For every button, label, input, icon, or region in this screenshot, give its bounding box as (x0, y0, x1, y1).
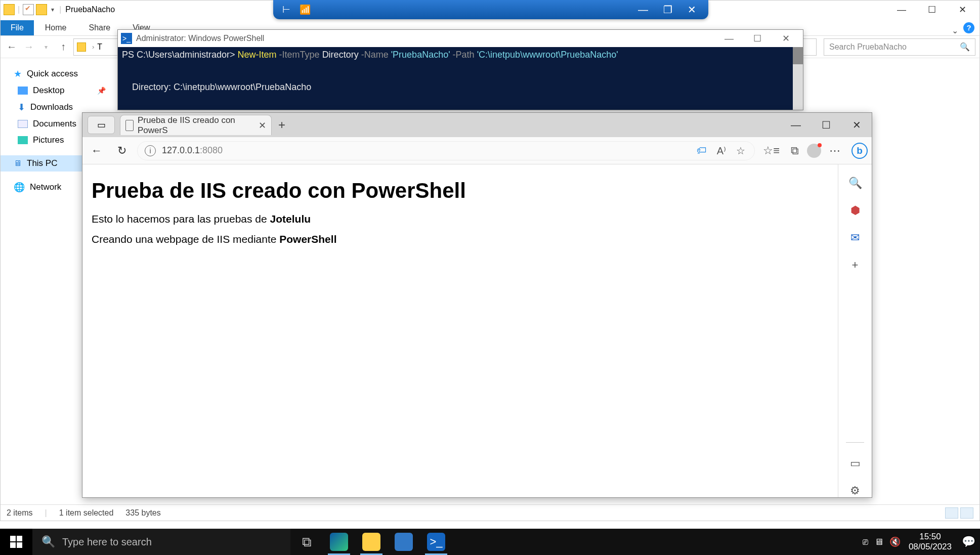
chevron-right-icon[interactable]: › (89, 43, 97, 51)
close-button[interactable]: ✕ (841, 119, 872, 131)
minimize-button[interactable]: — (781, 119, 811, 131)
nav-recent-button[interactable]: ▾ (39, 44, 53, 51)
edge-toolbar: ← ↻ i 127.0.0.1:8080 🏷 A⁾ ☆ ☆≡ ⧉ ⋯ b (82, 137, 872, 164)
address-bar[interactable]: i 127.0.0.1:8080 🏷 A⁾ ☆ (137, 141, 755, 160)
view-icons-button[interactable] (960, 507, 973, 519)
nav-back-button[interactable]: ← (5, 41, 19, 53)
scrollbar[interactable] (793, 47, 803, 110)
status-size: 335 bytes (125, 508, 160, 518)
explorer-statusbar: 2 items | 1 item selected 335 bytes (1, 504, 979, 521)
taskbar-app-explorer[interactable] (355, 529, 388, 555)
powershell-terminal[interactable]: PS C:\Users\administrador> New-Item -Ite… (118, 47, 803, 110)
status-selected: 1 item selected (59, 508, 114, 518)
ribbon-tab-file[interactable]: File (1, 20, 34, 35)
taskbar-app-servermanager[interactable] (388, 529, 420, 555)
network-icon[interactable]: 🖥 (874, 537, 883, 547)
ribbon-tab-share[interactable]: Share (77, 20, 121, 35)
edge-sidebar: 🔍 ⬢ ✉ + ▭ ⚙ (838, 164, 872, 497)
search-icon: 🔍 (960, 42, 970, 52)
pc-icon: 🖥 (14, 159, 22, 168)
server-manager-icon (395, 533, 413, 551)
taskbar-clock[interactable]: 15:50 08/05/2023 (904, 532, 957, 552)
minimize-button[interactable]: — (715, 33, 743, 44)
rdp-minimize-button[interactable]: — (635, 4, 651, 16)
taskbar-app-powershell[interactable]: >_ (420, 529, 452, 555)
signal-icon: 📶 (300, 4, 311, 15)
powershell-icon: >_ (427, 533, 445, 551)
nav-back-button[interactable]: ← (87, 144, 107, 157)
favorite-icon[interactable]: ☆ (734, 145, 747, 157)
nav-refresh-button[interactable]: ↻ (112, 144, 132, 157)
collections-icon[interactable]: ⧉ (788, 144, 802, 157)
powershell-titlebar[interactable]: >_ Administrator: Windows PowerShell — ☐… (118, 30, 803, 47)
pin-icon: 📌 (97, 87, 106, 95)
url-host: 127.0.0.1 (162, 145, 200, 155)
browser-tab[interactable]: Prueba de IIS creado con PowerS ✕ (120, 115, 272, 135)
page-text: Creando una webpage de IIS mediante Powe… (92, 233, 829, 245)
page-viewport[interactable]: Prueba de IIS creado con PowerShell Esto… (82, 164, 838, 497)
outlook-icon[interactable]: ✉ (848, 231, 862, 244)
sidebar-desktop[interactable]: Desktop 📌 (1, 82, 117, 99)
ribbon-tab-home[interactable]: Home (34, 20, 78, 35)
qat-dropdown[interactable]: ▾ (48, 6, 57, 13)
close-button[interactable]: ✕ (947, 4, 977, 15)
tray-icon[interactable]: ⎚ (863, 537, 868, 547)
edge-browser-window: ▭ Prueba de IIS creado con PowerS ✕ + — … (82, 112, 872, 498)
read-aloud-icon[interactable]: A⁾ (715, 145, 728, 157)
system-tray[interactable]: ⎚ 🖥 🔇 (860, 536, 904, 547)
folder-icon (4, 4, 15, 15)
maximize-button[interactable]: ☐ (917, 4, 947, 15)
add-icon[interactable]: + (848, 259, 862, 272)
help-icon[interactable]: ? (963, 22, 974, 33)
sidebar-toggle-icon[interactable]: ▭ (848, 457, 862, 470)
shopping-icon[interactable]: 🏷 (695, 145, 709, 156)
nav-up-button[interactable]: ↑ (56, 41, 70, 53)
ribbon-collapse-button[interactable]: ⌄ (947, 26, 963, 35)
settings-icon[interactable]: ⚙ (848, 484, 862, 497)
favorites-bar-icon[interactable]: ☆≡ (760, 144, 783, 157)
address-segment[interactable]: T (97, 42, 102, 52)
action-center-button[interactable]: 💬 (957, 535, 980, 548)
download-icon: ⬇ (18, 102, 25, 113)
page-text: Esto lo hacemos para las pruebas de Jote… (92, 213, 829, 225)
site-info-icon[interactable]: i (145, 145, 156, 156)
close-tab-button[interactable]: ✕ (259, 120, 266, 131)
view-details-button[interactable] (945, 507, 958, 519)
maximize-button[interactable]: ☐ (811, 119, 841, 131)
start-button[interactable] (0, 529, 32, 555)
tab-actions-button[interactable]: ▭ (88, 116, 115, 134)
minimize-button[interactable]: — (886, 5, 917, 15)
search-icon[interactable]: 🔍 (848, 177, 862, 190)
powershell-window: >_ Administrator: Windows PowerShell — ☐… (117, 29, 803, 110)
time: 15:50 (909, 532, 952, 542)
scrollbar-thumb[interactable] (793, 47, 803, 64)
office-icon[interactable]: ⬢ (848, 204, 862, 217)
window-title: PruebaNacho (63, 5, 115, 14)
new-tab-button[interactable]: + (272, 118, 292, 132)
taskbar: 🔍 Type here to search ⧉ >_ ⎚ 🖥 🔇 15:50 0… (0, 529, 980, 555)
rdp-connection-bar[interactable]: ⊢ 📶 — ❐ ✕ (273, 0, 708, 19)
status-item-count: 2 items (7, 508, 33, 518)
taskbar-app-edge[interactable] (323, 529, 355, 555)
explorer-search-input[interactable]: Search PruebaNacho 🔍 (824, 38, 975, 56)
rdp-close-button[interactable]: ✕ (685, 4, 699, 16)
pin-icon[interactable]: ⊢ (282, 4, 290, 15)
edge-icon (330, 533, 348, 551)
folder-icon (77, 42, 86, 52)
sidebar-quick-access[interactable]: ★ Quick access (1, 65, 117, 82)
maximize-button[interactable]: ☐ (743, 33, 772, 44)
task-view-button[interactable]: ⧉ (290, 529, 323, 555)
rdp-restore-button[interactable]: ❐ (660, 4, 675, 16)
taskbar-search[interactable]: 🔍 Type here to search (32, 529, 290, 555)
tab-title: Prueba de IIS creado con PowerS (138, 115, 251, 136)
pictures-icon (18, 136, 28, 144)
volume-icon[interactable]: 🔇 (889, 536, 901, 547)
checkbox-icon[interactable] (23, 4, 34, 15)
bing-icon[interactable]: b (851, 143, 868, 159)
window-title: Administrator: Windows PowerShell (136, 34, 264, 43)
url-port: :8080 (200, 145, 223, 155)
nav-forward-button[interactable]: → (22, 41, 36, 53)
menu-button[interactable]: ⋯ (826, 144, 843, 157)
profile-avatar[interactable] (807, 144, 821, 158)
close-button[interactable]: ✕ (772, 33, 800, 44)
